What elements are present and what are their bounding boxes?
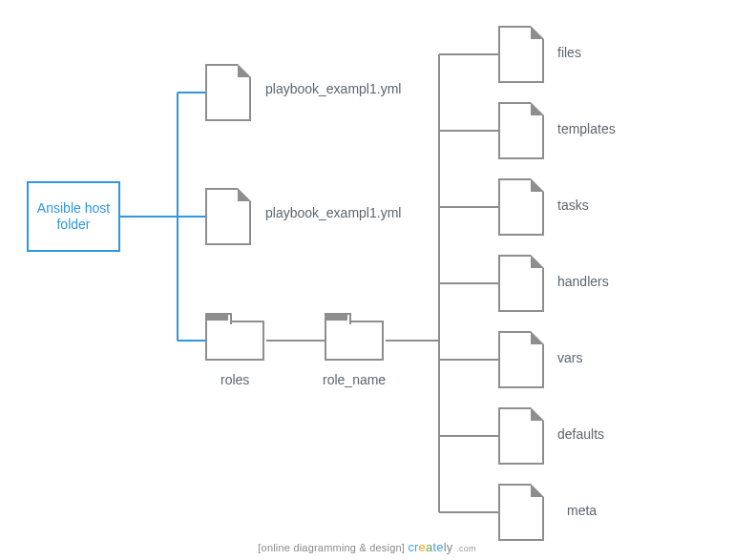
diagram-canvas: Ansible host folder playbook_exampl1.yml… (0, 0, 734, 560)
role-name-label: role_name (323, 372, 386, 387)
file-icon (498, 407, 544, 465)
watermark-tagline: [online diagramming & design] (258, 542, 405, 553)
role-child-templates-label: templates (557, 121, 616, 136)
file-icon (498, 26, 544, 83)
role-child-handlers-label: handlers (557, 274, 609, 289)
file-icon (498, 102, 544, 159)
file-icon (498, 331, 544, 388)
folder-icon (205, 321, 264, 361)
folder-icon (325, 321, 384, 361)
playbook2-label: playbook_exampl1.yml (265, 205, 401, 220)
role-child-defaults-label: defaults (557, 426, 604, 442)
role-child-files-label: files (557, 45, 581, 60)
watermark-brand: creately (408, 540, 456, 554)
file-icon (498, 178, 544, 236)
file-icon (205, 64, 251, 121)
roles-label: roles (220, 372, 249, 387)
watermark: [online diagramming & design] creately .… (0, 540, 734, 554)
file-icon (498, 255, 544, 312)
root-node: Ansible host folder (27, 181, 120, 252)
file-icon (498, 484, 544, 541)
file-icon (205, 188, 251, 245)
watermark-suffix: .com (456, 544, 475, 553)
playbook1-label: playbook_exampl1.yml (265, 81, 401, 96)
root-label: Ansible host folder (37, 200, 110, 234)
role-child-vars-label: vars (557, 350, 582, 365)
role-child-tasks-label: tasks (557, 197, 589, 213)
role-child-meta-label: meta (567, 503, 597, 518)
